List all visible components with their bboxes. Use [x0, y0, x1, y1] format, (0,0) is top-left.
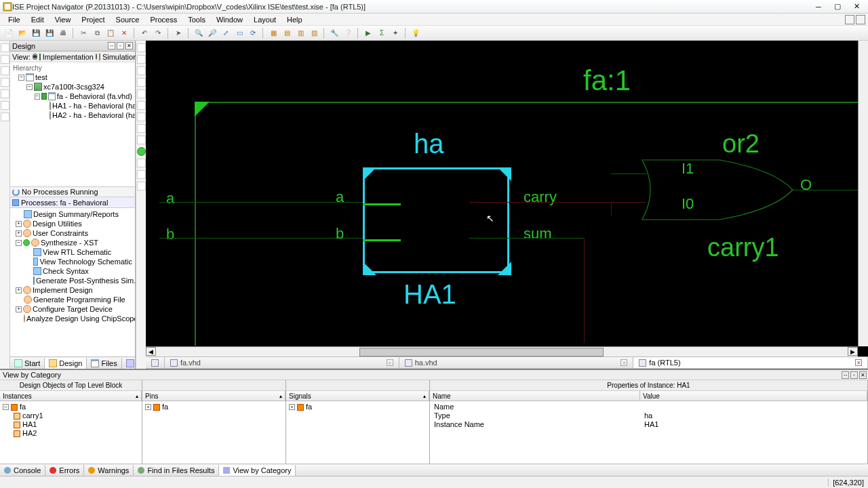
sch-tool-icon[interactable]	[137, 89, 146, 98]
radio-simulation[interactable]	[96, 54, 97, 60]
close-doc-button[interactable]	[856, 15, 865, 24]
tab-design[interactable]: Design	[45, 358, 87, 369]
saveall-icon[interactable]: 💾	[43, 27, 56, 39]
tab-errors[interactable]: Errors	[45, 465, 84, 476]
sch-tool-icon[interactable]	[137, 147, 146, 156]
layout1-icon[interactable]: ▦	[267, 27, 279, 39]
side-icon[interactable]	[1, 113, 9, 121]
new-icon[interactable]: 📄	[3, 27, 15, 39]
sch-tool-icon[interactable]	[137, 124, 146, 133]
menu-window[interactable]: Window	[211, 15, 248, 24]
col-instances[interactable]: Instances	[0, 391, 142, 401]
print-icon[interactable]: 🖶	[57, 27, 69, 39]
expander-icon[interactable]: −	[35, 94, 40, 100]
col-pins[interactable]: Pins	[142, 391, 285, 401]
doc-tab-havhd[interactable]: ha.vhd▫	[399, 357, 634, 368]
menu-source[interactable]: Source	[111, 15, 145, 24]
minimize-button[interactable]: ─	[810, 1, 827, 12]
redo-icon[interactable]: ↷	[152, 27, 164, 39]
sch-tool-icon[interactable]	[137, 113, 146, 121]
tab-warnings[interactable]: Warnings	[84, 465, 134, 476]
sch-tool-icon[interactable]	[137, 55, 146, 64]
menu-layout[interactable]: Layout	[248, 15, 281, 24]
menu-help[interactable]: Help	[281, 15, 308, 24]
expander-icon[interactable]: +	[16, 230, 22, 237]
undo-icon[interactable]: ↶	[138, 27, 151, 39]
zoom-area-icon[interactable]: ▭	[233, 27, 245, 39]
processes-tree[interactable]: Design Summary/Reports +Design Utilities…	[10, 208, 135, 357]
sch-tool-icon[interactable]	[137, 101, 146, 110]
doc-tab-favhd[interactable]: fa.vhd▫	[165, 357, 399, 368]
help-icon[interactable]: ❔	[342, 27, 354, 39]
sch-tool-icon[interactable]	[137, 78, 146, 87]
sch-tool-icon[interactable]	[137, 170, 146, 179]
close-tab-icon[interactable]: ✕	[855, 359, 862, 366]
bulb-icon[interactable]: 💡	[410, 27, 422, 39]
side-icon[interactable]	[1, 43, 9, 52]
delete-icon[interactable]: ✕	[118, 27, 130, 39]
sch-tool-icon[interactable]	[137, 182, 146, 190]
tab-console[interactable]: Console	[0, 465, 45, 476]
sch-tool-icon[interactable]	[137, 43, 146, 52]
expander-icon[interactable]: −	[16, 240, 22, 246]
menu-process[interactable]: Process	[144, 15, 182, 24]
expander-icon[interactable]: +	[16, 221, 22, 227]
forward-icon[interactable]: ➤	[172, 27, 184, 39]
expander-icon[interactable]: −	[18, 75, 24, 81]
close-tab-icon[interactable]: ▫	[387, 359, 393, 366]
tab-find[interactable]: Find in Files Results	[134, 465, 219, 476]
close-button[interactable]: ✕	[848, 1, 865, 12]
close-tab-icon[interactable]: ▫	[620, 359, 627, 366]
panel-opts-icon[interactable]: ▫	[850, 371, 858, 379]
doc-tab-icon[interactable]	[146, 357, 165, 368]
expander-icon[interactable]: +	[16, 287, 22, 293]
zoom-fit-icon[interactable]: ⤢	[220, 27, 232, 39]
maximize-button[interactable]: ▢	[829, 1, 846, 12]
expander-icon[interactable]: −	[26, 84, 33, 90]
paste-icon[interactable]: 📋	[104, 27, 117, 39]
side-icon[interactable]	[1, 89, 9, 98]
sch-tool-icon[interactable]	[137, 136, 146, 144]
panel-close-icon[interactable]: ✕	[125, 42, 133, 49]
panel-opts-icon[interactable]: ▫	[117, 42, 124, 49]
panel-close-icon[interactable]: ✕	[859, 371, 867, 379]
open-icon[interactable]: 📂	[16, 27, 28, 39]
menu-tools[interactable]: Tools	[182, 15, 211, 24]
expander-icon[interactable]: −	[3, 404, 9, 410]
radio-implementation[interactable]	[33, 54, 37, 60]
hierarchy-tree[interactable]: Hierarchy −test −xc7a100t-3csg324 −fa - …	[10, 62, 135, 186]
panel-float-icon[interactable]: ↔	[108, 42, 115, 49]
hscroll-thumb[interactable]	[359, 348, 604, 357]
menu-project[interactable]: Project	[76, 15, 110, 24]
menu-file[interactable]: File	[3, 15, 26, 24]
restore-doc-button[interactable]	[845, 15, 854, 24]
sch-tool-icon[interactable]	[137, 66, 146, 75]
sch-tool-icon[interactable]	[137, 159, 146, 167]
expander-icon[interactable]: +	[289, 404, 295, 410]
menu-edit[interactable]: Edit	[26, 15, 50, 24]
save-icon[interactable]: 💾	[30, 27, 42, 39]
zoom-out-icon[interactable]: 🔎	[206, 27, 218, 39]
col-value[interactable]: Value	[640, 391, 867, 401]
refresh-icon[interactable]: ⟳	[247, 27, 259, 39]
schematic-vscroll[interactable]	[858, 41, 868, 346]
schematic-hscroll[interactable]: ◀ ▶	[146, 346, 858, 357]
panel-float-icon[interactable]: ↔	[842, 371, 849, 379]
rtl-schematic-view[interactable]: fa:1 a b ha a b carr	[146, 41, 868, 357]
side-icon[interactable]	[1, 66, 9, 75]
expander-icon[interactable]: +	[16, 306, 22, 312]
layout3-icon[interactable]: ▥	[294, 27, 307, 39]
wrench-icon[interactable]: 🔧	[328, 27, 340, 39]
run-icon[interactable]: ▶	[362, 27, 374, 39]
col-name[interactable]: Name	[430, 391, 640, 401]
side-icon[interactable]	[1, 78, 9, 87]
side-icon[interactable]	[1, 55, 9, 64]
zoom-in-icon[interactable]: 🔍	[193, 27, 205, 39]
layout2-icon[interactable]: ▤	[281, 27, 293, 39]
scroll-right-icon[interactable]: ▶	[848, 347, 858, 356]
doc-tab-rtl5[interactable]: fa (RTL5)✕	[633, 357, 868, 368]
col-signals[interactable]: Signals	[286, 391, 429, 401]
tab-start[interactable]: Start	[10, 358, 45, 369]
sigma-icon[interactable]: Σ	[376, 27, 388, 39]
copy-icon[interactable]: ⧉	[91, 27, 103, 39]
